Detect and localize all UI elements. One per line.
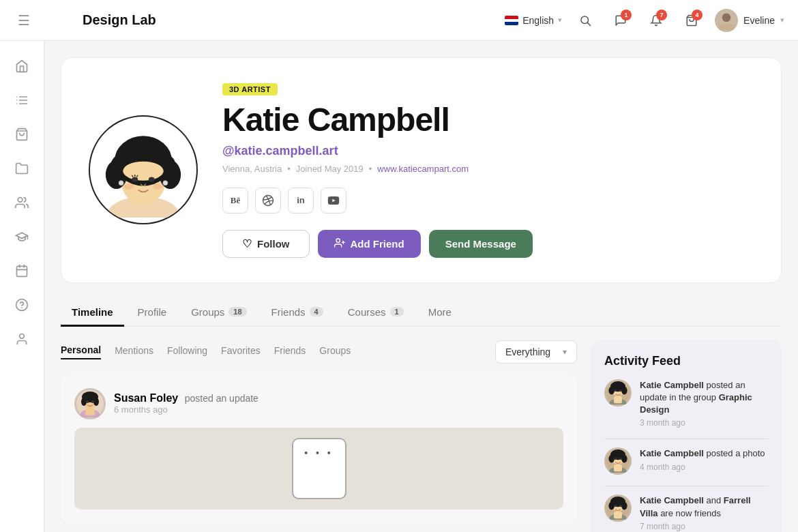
user-avatar	[715, 9, 738, 32]
svg-rect-54	[85, 409, 95, 415]
add-friend-button[interactable]: Add Friend	[318, 230, 421, 258]
linkedin-button[interactable]: in	[288, 188, 314, 213]
activity-feed-sidebar: Activity Feed	[591, 340, 782, 532]
chevron-down-icon: ▾	[558, 16, 562, 25]
activity-time: 3 month ago	[640, 418, 768, 428]
activity-item-content: Katie Campbell posted an update in the g…	[640, 379, 768, 428]
profile-info: 3D ARTIST Katie Campbell @katie.campbell…	[222, 83, 754, 258]
language-selector[interactable]: English ▾	[505, 15, 562, 26]
behance-button[interactable]: Bē	[222, 188, 248, 213]
profile-card: 3D ARTIST Katie Campbell @katie.campbell…	[61, 57, 782, 283]
sub-tab-mentions[interactable]: Mentions	[115, 345, 153, 359]
youtube-button[interactable]	[321, 188, 346, 213]
sidebar-item-home[interactable]	[8, 52, 36, 80]
sub-tab-favorites[interactable]: Favorites	[221, 345, 261, 359]
sub-tab-friends[interactable]: Friends	[274, 345, 306, 359]
post-image: • • •	[74, 428, 563, 509]
svg-point-38	[153, 184, 162, 190]
sidebar-toggle[interactable]: ☰	[14, 10, 34, 31]
activity-time: 7 month ago	[640, 522, 768, 531]
sidebar-item-shop[interactable]	[8, 120, 36, 149]
messages-button[interactable]: 1	[608, 8, 633, 33]
profile-handle: @katie.campbell.art	[222, 144, 754, 158]
phone-dots: • • •	[304, 447, 333, 458]
sidebar-item-admin[interactable]	[8, 325, 36, 353]
tab-timeline[interactable]: Timeline	[61, 299, 124, 327]
activity-avatar	[604, 379, 632, 407]
divider	[604, 486, 768, 486]
sidebar-item-users[interactable]	[8, 188, 36, 217]
dribbble-button[interactable]	[255, 188, 281, 213]
post-author-avatar	[74, 388, 106, 419]
activity-item: Katie Campbell and Farrell Villa are now…	[604, 494, 768, 531]
groups-badge: 18	[228, 307, 246, 316]
sidebar-item-courses[interactable]	[8, 222, 36, 251]
post-time: 6 months ago	[114, 404, 258, 415]
tab-groups[interactable]: Groups 18	[180, 299, 257, 327]
svg-point-27	[132, 141, 156, 160]
svg-point-3	[722, 13, 731, 22]
notifications-button[interactable]: 7	[644, 8, 668, 33]
flag-icon	[505, 16, 518, 25]
sub-tab-groups[interactable]: Groups	[319, 345, 351, 359]
filter-dropdown[interactable]: Everything ▾	[495, 340, 577, 364]
dot-separator-2: •	[369, 164, 372, 174]
language-label: English	[522, 15, 554, 26]
profile-website[interactable]: www.katiecampart.com	[377, 164, 469, 174]
profile-meta: Vienna, Austria • Joined May 2019 • www.…	[222, 164, 754, 174]
sidebar-item-calendar[interactable]	[8, 256, 36, 285]
svg-rect-63	[614, 396, 622, 403]
svg-point-79	[619, 505, 621, 507]
svg-rect-72	[614, 464, 622, 471]
sidebar	[0, 41, 44, 532]
profile-tag: 3D ARTIST	[222, 83, 278, 95]
sidebar-item-folders[interactable]	[8, 154, 36, 183]
notifications-badge: 7	[656, 10, 667, 20]
activity-feed-title: Activity Feed	[604, 354, 768, 368]
profile-joined: Joined May 2019	[296, 164, 364, 174]
sub-tab-personal[interactable]: Personal	[61, 344, 101, 359]
tab-friends[interactable]: Friends 4	[261, 299, 334, 327]
svg-point-58	[608, 386, 615, 394]
filter-label: Everything	[505, 346, 550, 357]
svg-point-32	[132, 177, 138, 182]
content-area: 3D ARTIST Katie Campbell @katie.campbell…	[44, 41, 798, 532]
send-message-button[interactable]: Send Message	[429, 230, 533, 258]
svg-point-12	[18, 198, 23, 203]
sidebar-item-feed[interactable]	[8, 86, 36, 115]
sidebar-item-help[interactable]	[8, 291, 36, 319]
post-author-name: Susan Foley posted an update	[114, 392, 258, 404]
svg-line-1	[587, 23, 590, 25]
profile-name: Katie Campbell	[222, 102, 754, 138]
tab-courses[interactable]: Courses 1	[337, 299, 415, 327]
divider	[604, 439, 768, 439]
activity-item: Katie Campbell posted a photo 4 month ag…	[604, 447, 768, 475]
cart-button[interactable]: 4	[679, 8, 704, 33]
follow-button[interactable]: ♡ Follow	[222, 230, 310, 258]
post-header: Susan Foley posted an update 6 months ag…	[74, 388, 563, 419]
profile-avatar	[89, 115, 198, 224]
tab-profile[interactable]: Profile	[127, 299, 178, 327]
svg-point-69	[614, 458, 617, 460]
profile-tabs: Timeline Profile Groups 18 Friends 4 Cou…	[61, 299, 782, 327]
svg-point-77	[621, 502, 627, 510]
svg-point-51	[86, 400, 89, 403]
navbar: ☰ Design Lab English ▾ 1 7 4 Eveline ▾	[0, 0, 798, 41]
post-author-info: Susan Foley posted an update 6 months ag…	[114, 392, 258, 415]
profile-actions: ♡ Follow Add Friend Send Message	[222, 230, 754, 258]
tab-more[interactable]: More	[417, 299, 462, 327]
username-label: Eveline	[743, 15, 775, 26]
messages-badge: 1	[621, 10, 632, 20]
sub-tab-following[interactable]: Following	[167, 345, 207, 359]
svg-point-68	[621, 455, 627, 463]
friends-badge: 4	[310, 307, 323, 316]
svg-point-70	[619, 458, 621, 460]
profile-location: Vienna, Austria	[222, 164, 282, 174]
svg-point-37	[124, 184, 134, 190]
search-button[interactable]	[573, 8, 597, 33]
user-menu[interactable]: Eveline ▾	[715, 9, 784, 32]
svg-point-59	[621, 386, 627, 394]
courses-badge: 1	[390, 307, 404, 316]
svg-point-39	[119, 181, 123, 186]
profile-social-links: Bē in	[222, 188, 754, 213]
